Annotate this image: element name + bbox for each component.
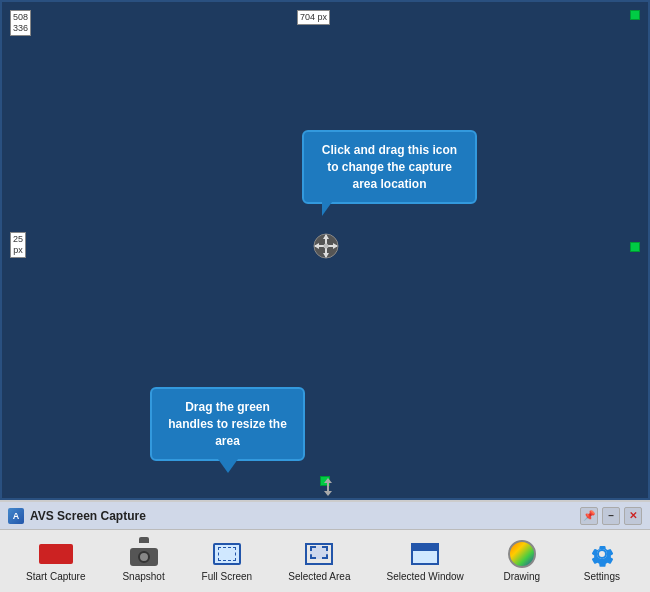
- tooltip-drag-location: Click and drag this icon to change the c…: [302, 130, 477, 204]
- svg-marker-10: [324, 491, 332, 496]
- toolbar-item-full-screen[interactable]: Full Screen: [194, 536, 261, 586]
- drawing-icon-container: [504, 540, 540, 568]
- drawing-label: Drawing: [504, 571, 541, 582]
- svg-marker-8: [324, 478, 332, 483]
- selected-area-label: Selected Area: [288, 571, 350, 582]
- snapshot-label: Snapshot: [122, 571, 164, 582]
- gear-icon-container: [584, 540, 620, 568]
- selected-area-icon: [305, 543, 333, 565]
- taskbar-title: A AVS Screen Capture 📌 – ✕: [0, 502, 650, 530]
- toolbar-item-settings[interactable]: Settings: [572, 536, 632, 586]
- resize-cursor-icon: [320, 479, 336, 495]
- selected-window-label: Selected Window: [387, 571, 464, 582]
- svg-point-7: [324, 244, 329, 249]
- title-controls: 📌 – ✕: [580, 507, 642, 525]
- drawing-icon: [508, 540, 536, 568]
- selected-area-icon-container: [301, 540, 337, 568]
- pin-button[interactable]: 📌: [580, 507, 598, 525]
- start-capture-label: Start Capture: [26, 571, 85, 582]
- toolbar-item-start-capture[interactable]: Start Capture: [18, 536, 93, 586]
- toolbar: Start Capture Snapshot Full Screen: [0, 530, 650, 592]
- record-icon-container: [38, 540, 74, 568]
- capture-area: 508336 704 px 25px Click and drag this i…: [0, 0, 650, 500]
- dimension-left: 25px: [10, 232, 26, 258]
- toolbar-item-snapshot[interactable]: Snapshot: [114, 536, 174, 586]
- dimension-topleft: 508336: [10, 10, 31, 36]
- app-title: AVS Screen Capture: [30, 509, 146, 523]
- settings-label: Settings: [584, 571, 620, 582]
- fullscreen-icon: [213, 543, 241, 565]
- selected-window-icon: [411, 543, 439, 565]
- tooltip-resize-handles: Drag the green handles to resize the are…: [150, 387, 305, 461]
- svg-rect-9: [327, 483, 329, 491]
- resize-handle-right-mid[interactable]: [630, 242, 640, 252]
- record-icon: [39, 544, 73, 564]
- selected-window-icon-container: [407, 540, 443, 568]
- full-screen-label: Full Screen: [202, 571, 253, 582]
- gear-icon: [588, 540, 616, 568]
- fullscreen-icon-container: [209, 540, 245, 568]
- camera-icon: [130, 542, 158, 566]
- toolbar-item-drawing[interactable]: Drawing: [492, 536, 552, 586]
- resize-handle-top-right[interactable]: [630, 10, 640, 20]
- close-button[interactable]: ✕: [624, 507, 642, 525]
- move-icon[interactable]: [312, 232, 340, 260]
- toolbar-item-selected-window[interactable]: Selected Window: [379, 536, 472, 586]
- minimize-button[interactable]: –: [602, 507, 620, 525]
- taskbar: A AVS Screen Capture 📌 – ✕ Start Capture: [0, 500, 650, 592]
- app-icon: A: [8, 508, 24, 524]
- toolbar-item-selected-area[interactable]: Selected Area: [280, 536, 358, 586]
- camera-icon-container: [126, 540, 162, 568]
- dimension-top: 704 px: [297, 10, 330, 25]
